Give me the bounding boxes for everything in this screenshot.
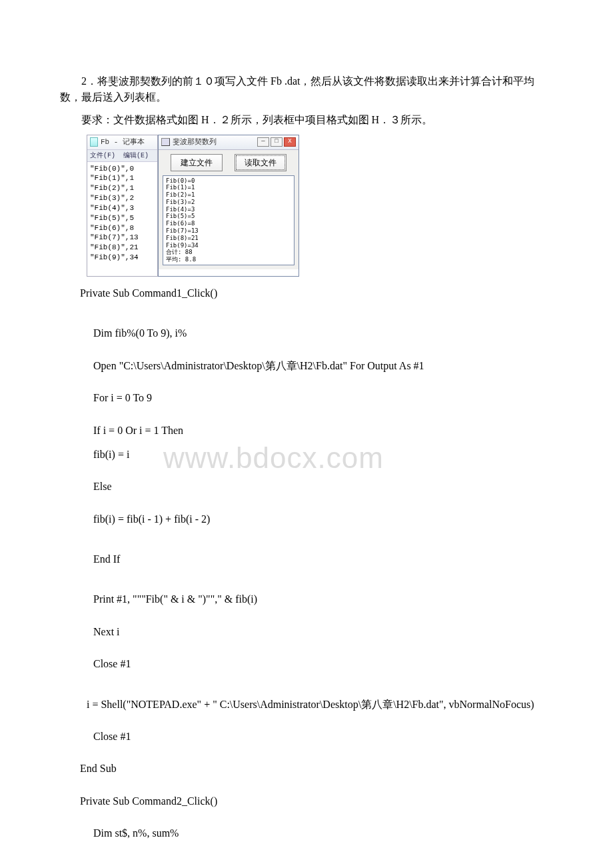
code-line: For i = 0 To 9 bbox=[93, 391, 553, 405]
maximize-button[interactable]: □ bbox=[271, 137, 283, 147]
code-line: fib(i) = fib(i - 1) + fib(i - 2) bbox=[93, 512, 553, 527]
code-line: i = Shell("NOTEPAD.exe" + " C:\Users\Adm… bbox=[87, 697, 553, 712]
notepad-title: Fb - 记事本 bbox=[101, 137, 145, 148]
code-line: Private Sub Command2_Click() bbox=[80, 794, 553, 809]
code-line: fib(i) = i bbox=[93, 447, 553, 462]
code-line: Close #1 bbox=[93, 657, 553, 671]
form-icon bbox=[161, 138, 170, 146]
notepad-content: "Fib(0)",0 "Fib(1)",1 "Fib(2)",1 "Fib(3)… bbox=[87, 162, 157, 276]
menu-edit[interactable]: 编辑(E) bbox=[123, 152, 149, 159]
code-listing: Private Sub Command1_Click() Dim fib%(0 … bbox=[60, 286, 553, 841]
code-line: End If bbox=[93, 552, 553, 567]
create-file-button[interactable]: 建立文件 bbox=[171, 154, 223, 171]
vb-form-title: 斐波那契数列 bbox=[173, 137, 217, 148]
code-line: Else bbox=[93, 479, 553, 494]
notepad-icon bbox=[90, 137, 98, 147]
code-line: Open "C:\Users\Administrator\Desktop\第八章… bbox=[93, 359, 553, 373]
question-paragraph-2: 要求：文件数据格式如图 H．２所示，列表框中项目格式如图 H．３所示。 bbox=[60, 112, 553, 128]
vb-titlebar: 斐波那契数列 — □ X bbox=[159, 135, 299, 150]
vb-form-window: 斐波那契数列 — □ X 建立文件 读取文件 Fib(0)=0 Fib(1)=1… bbox=[158, 135, 299, 277]
minimize-button[interactable]: — bbox=[257, 137, 269, 147]
notepad-titlebar: Fb - 记事本 bbox=[87, 135, 157, 150]
code-line: Dim st$, n%, sum% bbox=[93, 826, 553, 841]
read-file-button[interactable]: 读取文件 bbox=[235, 154, 287, 171]
code-line: Private Sub Command1_Click() bbox=[80, 286, 553, 301]
code-line: Dim fib%(0 To 9), i% bbox=[93, 326, 553, 341]
listbox-output[interactable]: Fib(0)=0 Fib(1)=1 Fib(2)=1 Fib(3)=2 Fib(… bbox=[163, 175, 295, 266]
code-line: Close #1 bbox=[93, 729, 553, 744]
document-page: 2．将斐波那契数列的前１０项写入文件 Fb .dat，然后从该文件将数据读取出来… bbox=[0, 0, 613, 868]
vb-form-body: 建立文件 读取文件 Fib(0)=0 Fib(1)=1 Fib(2)=1 Fib… bbox=[159, 150, 299, 270]
code-line: If i = 0 Or i = 1 Then bbox=[93, 423, 553, 438]
notepad-window: Fb - 记事本 文件(F) 编辑(E) "Fib(0)",0 "Fib(1)"… bbox=[87, 135, 158, 277]
question-paragraph-1: 2．将斐波那契数列的前１０项写入文件 Fb .dat，然后从该文件将数据读取出来… bbox=[60, 73, 553, 105]
figure-screenshots: Fb - 记事本 文件(F) 编辑(E) "Fib(0)",0 "Fib(1)"… bbox=[87, 135, 553, 277]
notepad-menubar: 文件(F) 编辑(E) bbox=[87, 150, 157, 162]
code-line: End Sub bbox=[80, 761, 553, 776]
close-button[interactable]: X bbox=[284, 137, 296, 147]
code-line: Print #1, """Fib(" & i & ")""," & fib(i) bbox=[93, 592, 553, 607]
menu-file[interactable]: 文件(F) bbox=[90, 152, 115, 159]
code-line: Next i bbox=[93, 625, 553, 639]
